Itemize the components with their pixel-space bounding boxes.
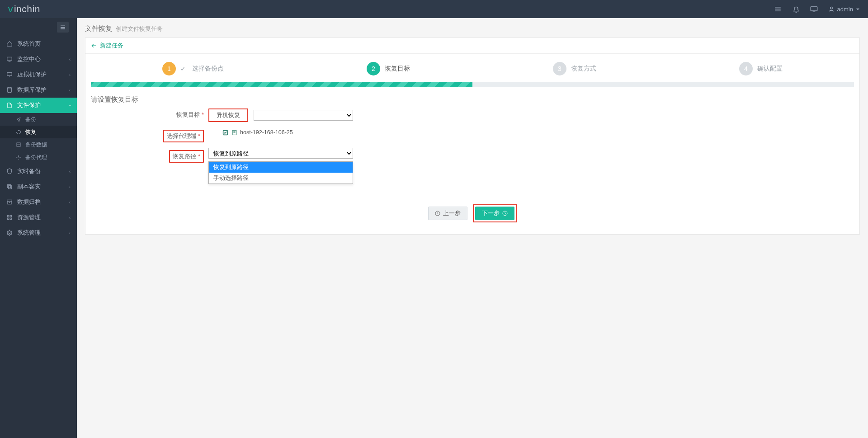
step-num: 1	[162, 62, 176, 75]
brand-prefix: v	[8, 4, 13, 14]
sidebar-item-label: 数据归档	[17, 198, 41, 206]
sidebar-item-vm[interactable]: 虚拟机保护 ‹	[0, 67, 77, 82]
svg-rect-9	[7, 200, 12, 201]
sidebar-item-replica[interactable]: 副本容灾 ‹	[0, 179, 77, 194]
sidebar-item-label: 副本容灾	[17, 183, 41, 191]
next-button[interactable]: 下一步	[475, 207, 514, 220]
step-num: 3	[553, 62, 566, 75]
sidebar-sub-label: 备份代理	[25, 154, 47, 161]
sidebar-item-label: 系统首页	[17, 40, 41, 48]
target-select[interactable]	[254, 110, 353, 121]
sidebar-sub-file: 备份 恢复 备份数据 备份代理	[0, 113, 77, 164]
step-label: 恢复方式	[571, 65, 596, 73]
check-icon: ✓	[180, 65, 186, 72]
wizard-progress	[91, 82, 854, 87]
svg-rect-12	[7, 218, 9, 220]
wizard-steps: 1 ✓ 选择备份点 2 恢复目标 3 恢复方式 4 确认配置	[85, 54, 859, 79]
sidebar-item-label: 实时备份	[17, 167, 41, 175]
path-label-highlight: 恢复路径 *	[169, 150, 204, 163]
next-button-label: 下一步	[482, 209, 500, 217]
page-title: 文件恢复	[85, 24, 112, 32]
svg-rect-2	[7, 57, 12, 60]
sidebar-item-db[interactable]: 数据库保护 ‹	[0, 82, 77, 98]
svg-point-4	[7, 87, 11, 89]
sidebar-item-system[interactable]: 系统管理 ‹	[0, 225, 77, 240]
user-menu[interactable]: admin	[828, 6, 860, 13]
chevron-left-icon: ‹	[69, 215, 71, 220]
panel-header: 新建任务	[85, 38, 859, 54]
chevron-down-icon: ‹	[67, 104, 72, 106]
host-icon	[231, 129, 237, 136]
svg-rect-11	[10, 215, 12, 217]
sidebar-sub-backup-data[interactable]: 备份数据	[0, 138, 77, 151]
svg-point-6	[18, 157, 19, 158]
required-mark: *	[196, 153, 200, 160]
wizard-buttons: 上一步 下一步	[85, 191, 859, 234]
sidebar-sub-backup[interactable]: 备份	[0, 113, 77, 126]
svg-rect-0	[811, 6, 817, 10]
sidebar-item-label: 虚拟机保护	[17, 71, 47, 79]
new-task-link[interactable]: 新建任务	[100, 42, 123, 50]
svg-point-14	[9, 232, 10, 234]
sidebar-item-monitor[interactable]: 监控中心 ‹	[0, 52, 77, 67]
chevron-left-icon: ‹	[69, 88, 71, 93]
vm-icon	[6, 71, 13, 78]
path-select[interactable]: 恢复到原路径	[208, 148, 353, 159]
sidebar-item-realtime[interactable]: 实时备份 ‹	[0, 164, 77, 179]
sidebar-sub-restore[interactable]: 恢复	[0, 126, 77, 138]
agent-item[interactable]: host-192-168-106-25	[222, 129, 293, 136]
sidebar-sub-label: 备份数据	[25, 141, 47, 149]
chevron-left-icon: ‹	[69, 169, 71, 174]
user-name: admin	[837, 6, 853, 13]
chevron-left-icon: ‹	[69, 184, 71, 189]
sidebar-sub-label: 恢复	[25, 128, 36, 136]
topbar: vinchin admin	[0, 0, 868, 18]
file-icon	[6, 102, 13, 108]
wizard-step-4[interactable]: 4 确认配置	[739, 62, 783, 75]
home-icon	[6, 41, 13, 47]
sidebar-toggle-button[interactable]	[57, 22, 69, 33]
svg-point-1	[830, 7, 832, 9]
copy-icon	[6, 184, 13, 190]
arrow-right-icon	[502, 211, 508, 216]
sidebar-sub-label: 备份	[25, 116, 36, 123]
form-row-path: 恢复路径 * 恢复到原路径 恢复到原路径 手动选择路径	[91, 148, 854, 163]
wizard-step-2[interactable]: 2 恢复目标	[367, 62, 410, 75]
path-option-original[interactable]: 恢复到原路径	[209, 162, 353, 173]
sidebar-sub-backup-agent[interactable]: 备份代理	[0, 151, 77, 164]
step-num: 4	[739, 62, 753, 75]
chevron-left-icon: ‹	[69, 200, 71, 205]
sidebar-item-label: 资源管理	[17, 213, 41, 221]
prev-button[interactable]: 上一步	[428, 207, 467, 220]
arrow-left-icon	[435, 211, 440, 216]
wizard-step-1[interactable]: 1 ✓ 选择备份点	[162, 62, 224, 75]
sidebar-item-file[interactable]: 文件保护 ‹	[0, 98, 77, 113]
screen-icon[interactable]	[810, 5, 818, 13]
svg-rect-5	[17, 143, 20, 146]
chevron-left-icon: ‹	[69, 72, 71, 77]
path-option-manual[interactable]: 手动选择路径	[209, 173, 353, 184]
path-select-dropdown: 恢复到原路径 手动选择路径	[208, 161, 353, 184]
data-icon	[15, 142, 22, 147]
svg-rect-8	[7, 184, 10, 188]
sidebar-item-label: 监控中心	[17, 55, 41, 63]
sidebar-item-label: 系统管理	[17, 229, 41, 237]
share-icon	[15, 117, 22, 122]
sidebar-item-label: 数据库保护	[17, 86, 47, 94]
database-icon	[6, 87, 13, 93]
sidebar-item-home[interactable]: 系统首页	[0, 36, 77, 52]
agent-host-name: host-192-168-106-25	[240, 129, 293, 136]
sidebar: 系统首页 监控中心 ‹ 虚拟机保护 ‹ 数据库保护 ‹ 文件保护 ‹	[0, 18, 77, 438]
sidebar-item-label: 文件保护	[17, 101, 41, 109]
task-list-icon[interactable]	[774, 5, 782, 13]
form-row-agent: 选择代理端 * host-192-168-106-25	[91, 127, 854, 142]
form-label-target: 恢复目标*	[91, 108, 208, 119]
sidebar-item-archive[interactable]: 数据归档 ‹	[0, 194, 77, 210]
sidebar-item-resource[interactable]: 资源管理 ‹	[0, 210, 77, 225]
back-arrow-icon[interactable]	[91, 43, 97, 48]
bell-icon[interactable]	[792, 5, 800, 13]
wizard-progress-fill	[91, 82, 472, 87]
checkbox-checked-icon[interactable]	[222, 129, 228, 136]
next-button-highlight: 下一步	[473, 204, 517, 222]
wizard-step-3[interactable]: 3 恢复方式	[553, 62, 596, 75]
